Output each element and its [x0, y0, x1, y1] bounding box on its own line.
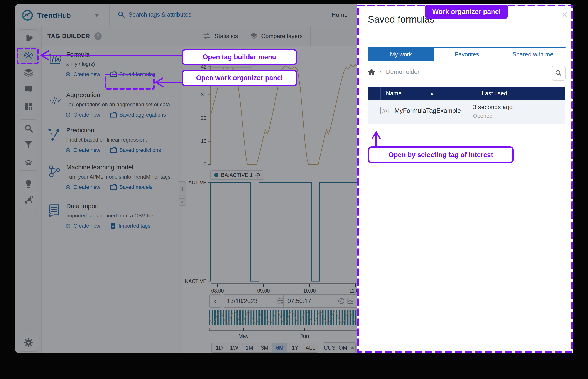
- close-panel-button[interactable]: ✕: [560, 10, 570, 20]
- table-header: Name ▲ Last used: [368, 87, 565, 100]
- callout-open-by-selecting-tag: Open by selecting tag of interest: [368, 146, 513, 163]
- row-name-value[interactable]: MyFormulaTagExample: [394, 107, 461, 114]
- home-icon[interactable]: [368, 68, 375, 75]
- panel-tabs: My work Favorites Shared with me: [368, 47, 566, 62]
- search-icon: [555, 70, 562, 77]
- panel-search-button[interactable]: [552, 66, 566, 80]
- work-organizer-panel: ✕ Saved formulas My work Favorites Share…: [357, 5, 573, 353]
- callout-open-tag-builder-menu: Open tag builder menu: [182, 49, 297, 65]
- table-header-select-col: [368, 87, 381, 100]
- tab-shared-with-me[interactable]: Shared with me: [500, 48, 566, 61]
- chevron-right-icon: ›: [380, 68, 382, 75]
- row-status: Opened: [473, 113, 492, 119]
- table-header-actions-col: [558, 87, 565, 100]
- callout-open-work-organizer: Open work organizer panel: [182, 70, 297, 86]
- breadcrumb-folder[interactable]: DemoFolder: [386, 68, 419, 75]
- row-last-used: 3 seconds ago: [473, 104, 513, 111]
- breadcrumb: › DemoFolder: [368, 68, 419, 75]
- tab-my-work[interactable]: My work: [368, 48, 434, 61]
- screenshot-root: TrendHub Search tags & attributes Home: [0, 0, 588, 379]
- tab-favorites[interactable]: Favorites: [434, 48, 500, 61]
- close-icon: ✕: [561, 10, 568, 19]
- panel-title: Saved formulas: [368, 14, 434, 25]
- table-row[interactable]: ƒ(x) MyFormulaTagExample 3 seconds ago O…: [368, 100, 565, 124]
- callout-work-organizer-panel: Work organizer panel: [425, 5, 508, 19]
- sort-ascending-icon[interactable]: ▲: [430, 91, 434, 96]
- table-header-name[interactable]: Name ▲: [381, 87, 476, 100]
- table-header-last-used[interactable]: Last used: [476, 87, 558, 100]
- formula-tag-icon: ƒ(x): [380, 107, 390, 114]
